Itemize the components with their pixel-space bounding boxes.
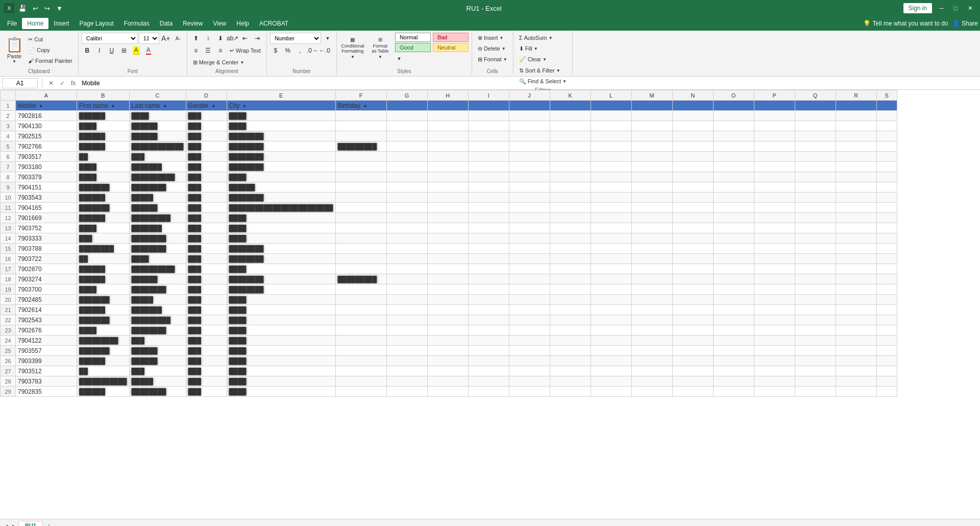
cell-d1[interactable]: Gender ▼ xyxy=(186,101,227,111)
cell-s7[interactable] xyxy=(876,162,897,172)
menu-acrobat[interactable]: ACROBAT xyxy=(254,18,293,29)
cell-q18[interactable] xyxy=(795,274,836,284)
cell-s14[interactable] xyxy=(876,233,897,244)
cell-h18[interactable] xyxy=(427,274,468,284)
cell-p15[interactable] xyxy=(754,244,795,254)
cell-j5[interactable] xyxy=(509,141,550,152)
cell-f28[interactable] xyxy=(335,376,386,387)
cell-d3[interactable]: ███ xyxy=(186,121,227,131)
cell-r4[interactable] xyxy=(836,131,876,141)
cell-g1[interactable] xyxy=(386,101,427,111)
cell-s29[interactable] xyxy=(876,387,897,397)
cell-f17[interactable] xyxy=(335,264,386,274)
cell-d16[interactable]: ███ xyxy=(186,254,227,264)
cell-q21[interactable] xyxy=(795,305,836,315)
cell-j27[interactable] xyxy=(509,366,550,376)
cell-l9[interactable] xyxy=(591,182,631,193)
cell-b17[interactable]: ██████ xyxy=(77,264,130,274)
cell-e8[interactable]: ████ xyxy=(227,172,335,182)
cell-e16[interactable]: ████████ xyxy=(227,254,335,264)
cell-a29[interactable]: 7902835 xyxy=(16,387,77,397)
col-header-l[interactable]: L xyxy=(591,90,631,101)
cell-f24[interactable] xyxy=(335,336,386,346)
cell-q20[interactable] xyxy=(795,295,836,305)
cell-q5[interactable] xyxy=(795,141,836,152)
align-center-btn[interactable]: ☰ xyxy=(203,45,214,56)
cell-g17[interactable] xyxy=(386,264,427,274)
cell-p25[interactable] xyxy=(754,346,795,356)
cell-a9[interactable]: 7904151 xyxy=(16,182,77,193)
cell-o11[interactable] xyxy=(713,203,754,213)
cell-r27[interactable] xyxy=(836,366,876,376)
cell-b1[interactable]: First name ▼ xyxy=(77,101,130,111)
cell-o23[interactable] xyxy=(713,325,754,336)
cell-r18[interactable] xyxy=(836,274,876,284)
cell-d6[interactable]: ███ xyxy=(186,152,227,162)
cell-m1[interactable] xyxy=(631,101,672,111)
cell-f5[interactable]: █████████ xyxy=(335,141,386,152)
cell-j13[interactable] xyxy=(509,223,550,233)
cell-g20[interactable] xyxy=(386,295,427,305)
cell-k21[interactable] xyxy=(550,305,591,315)
col-header-e[interactable]: E xyxy=(227,90,335,101)
cell-l16[interactable] xyxy=(591,254,631,264)
cell-q7[interactable] xyxy=(795,162,836,172)
cell-s20[interactable] xyxy=(876,295,897,305)
cell-a6[interactable]: 7903517 xyxy=(16,152,77,162)
cell-q10[interactable] xyxy=(795,193,836,203)
cell-f8[interactable] xyxy=(335,172,386,182)
cell-m4[interactable] xyxy=(631,131,672,141)
lastname-dropdown[interactable]: ▼ xyxy=(163,104,167,109)
cell-n28[interactable] xyxy=(672,376,713,387)
cell-f19[interactable] xyxy=(335,284,386,295)
cell-m13[interactable] xyxy=(631,223,672,233)
cell-q9[interactable] xyxy=(795,182,836,193)
row-num-28[interactable]: 28 xyxy=(1,376,16,387)
cell-e28[interactable]: ████ xyxy=(227,376,335,387)
cell-a17[interactable]: 7902870 xyxy=(16,264,77,274)
col-header-f[interactable]: F xyxy=(335,90,386,101)
row-num-13[interactable]: 13 xyxy=(1,223,16,233)
cell-e4[interactable]: ████████ xyxy=(227,131,335,141)
cell-e18[interactable]: ████████ xyxy=(227,274,335,284)
cell-c10[interactable]: █████ xyxy=(129,193,186,203)
cell-g7[interactable] xyxy=(386,162,427,172)
cell-b22[interactable]: ███████ xyxy=(77,315,130,325)
cell-b18[interactable]: ██████ xyxy=(77,274,130,284)
col-header-n[interactable]: N xyxy=(672,90,713,101)
cell-d14[interactable]: ███ xyxy=(186,233,227,244)
cell-f23[interactable] xyxy=(335,325,386,336)
cell-g12[interactable] xyxy=(386,213,427,223)
cell-h19[interactable] xyxy=(427,284,468,295)
cell-b2[interactable]: ██████ xyxy=(77,111,130,121)
col-header-o[interactable]: O xyxy=(713,90,754,101)
row-num-5[interactable]: 5 xyxy=(1,141,16,152)
cell-b4[interactable]: ██████ xyxy=(77,131,130,141)
cell-b5[interactable]: ██████ xyxy=(77,141,130,152)
cell-e22[interactable]: ████ xyxy=(227,315,335,325)
cell-q25[interactable] xyxy=(795,346,836,356)
cell-r13[interactable] xyxy=(836,223,876,233)
cell-k15[interactable] xyxy=(550,244,591,254)
menu-formulas[interactable]: Formulas xyxy=(119,18,155,29)
cell-j21[interactable] xyxy=(509,305,550,315)
cell-k7[interactable] xyxy=(550,162,591,172)
cell-o3[interactable] xyxy=(713,121,754,131)
cell-h13[interactable] xyxy=(427,223,468,233)
cell-i9[interactable] xyxy=(468,182,509,193)
cell-c27[interactable]: ███ xyxy=(129,366,186,376)
cell-l27[interactable] xyxy=(591,366,631,376)
col-header-s[interactable]: S xyxy=(876,90,897,101)
align-middle-btn[interactable]: ↕ xyxy=(203,33,214,44)
cell-m7[interactable] xyxy=(631,162,672,172)
cell-d7[interactable]: ███ xyxy=(186,162,227,172)
sign-in-button[interactable]: Sign in xyxy=(903,3,933,13)
italic-button[interactable]: I xyxy=(94,45,105,56)
cell-n23[interactable] xyxy=(672,325,713,336)
cell-k18[interactable] xyxy=(550,274,591,284)
cell-a28[interactable]: 7903783 xyxy=(16,376,77,387)
cell-c19[interactable]: ████████ xyxy=(129,284,186,295)
cell-m16[interactable] xyxy=(631,254,672,264)
cell-j18[interactable] xyxy=(509,274,550,284)
cell-r5[interactable] xyxy=(836,141,876,152)
